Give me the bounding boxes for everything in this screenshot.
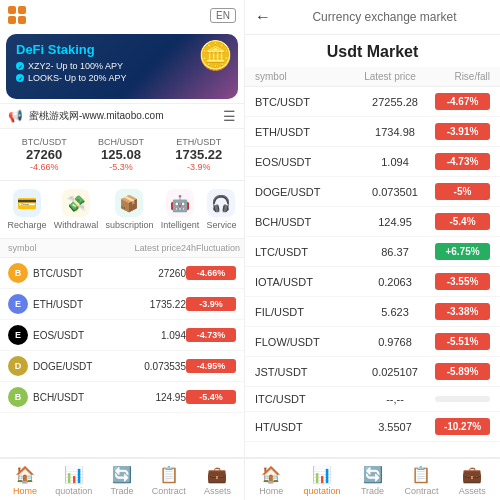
- left-nav-trade[interactable]: 🔄 Trade: [110, 465, 133, 496]
- grid-icon[interactable]: [8, 6, 26, 24]
- quick-recharge[interactable]: 💳 Recharge: [8, 189, 47, 230]
- table-row[interactable]: ITC/USDT --,--: [245, 387, 500, 412]
- change-badge: -5.89%: [435, 363, 490, 380]
- right-nav-home[interactable]: 🏠 Home: [259, 465, 283, 496]
- table-row[interactable]: FLOW/USDT 0.9768 -5.51%: [245, 327, 500, 357]
- assets-label: Assets: [204, 486, 231, 496]
- quick-subscription[interactable]: 📦 subscription: [105, 189, 153, 230]
- intelligent-label: Intelligent: [161, 220, 200, 230]
- price-value: 0.025107: [355, 366, 435, 378]
- table-row[interactable]: B BTC/USDT 27260 -4.66%: [0, 258, 244, 289]
- menu-icon[interactable]: ☰: [223, 108, 236, 124]
- price-value: 1.094: [121, 330, 186, 341]
- table-row[interactable]: LTC/USDT 86.37 +6.75%: [245, 237, 500, 267]
- coin-info: D DOGE/USDT: [8, 356, 121, 376]
- lang-badge[interactable]: EN: [210, 8, 236, 23]
- left-nav-contract[interactable]: 📋 Contract: [152, 465, 186, 496]
- right-header-change: Rise/fall: [430, 71, 490, 82]
- right-panel-title: Currency exchange market: [279, 10, 490, 24]
- recharge-icon: 💳: [13, 189, 41, 217]
- coin-icon: B: [8, 263, 28, 283]
- banner-coins: 🪙: [198, 39, 233, 72]
- table-row[interactable]: HT/USDT 3.5507 -10.27%: [245, 412, 500, 442]
- left-market-rows: B BTC/USDT 27260 -4.66% E ETH/USDT 1735.…: [0, 258, 244, 413]
- change-badge: -4.73%: [186, 328, 236, 342]
- pair-label: BTC/USDT: [255, 96, 355, 108]
- right-table-header: symbol Latest price Rise/fall: [245, 67, 500, 87]
- banner-item-2: ✓ LOOKS- Up to 20% APY: [16, 73, 228, 83]
- table-row[interactable]: D DOGE/USDT 0.073535 -4.95%: [0, 351, 244, 382]
- table-row[interactable]: DOGE/USDT 0.073501 -5%: [245, 177, 500, 207]
- change-badge: [435, 396, 490, 402]
- home-label: Home: [13, 486, 37, 496]
- table-row[interactable]: FIL/USDT 5.623 -3.38%: [245, 297, 500, 327]
- prices-grid: BTC/USDT 27260 -4.66% BCH/USDT 125.08 -5…: [0, 129, 244, 181]
- price-value: 124.95: [355, 216, 435, 228]
- quick-nav: 💳 Recharge 💸 Withdrawal 📦 subscription 🤖…: [0, 181, 244, 239]
- notification-bar: 📢 蜜桃游戏网-www.mitaobo.com ☰: [0, 103, 244, 129]
- pair-label: BTC/USDT: [33, 268, 83, 279]
- table-row[interactable]: BTC/USDT 27255.28 -4.67%: [245, 87, 500, 117]
- table-row[interactable]: EOS/USDT 1.094 -4.73%: [245, 147, 500, 177]
- table-row[interactable]: ETH/USDT 1734.98 -3.91%: [245, 117, 500, 147]
- change-badge: -4.73%: [435, 153, 490, 170]
- table-row[interactable]: B BCH/USDT 124.95 -5.4%: [0, 382, 244, 413]
- right-nav-contract[interactable]: 📋 Contract: [404, 465, 438, 496]
- pair-label: ITC/USDT: [255, 393, 355, 405]
- right-nav-assets[interactable]: 💼 Assets: [459, 465, 486, 496]
- right-contract-icon: 📋: [411, 465, 431, 484]
- pair-label: JST/USDT: [255, 366, 355, 378]
- quick-withdrawal[interactable]: 💸 Withdrawal: [54, 189, 99, 230]
- right-market-title: Usdt Market: [245, 35, 500, 67]
- left-bottom-nav: 🏠 Home 📊 quotation 🔄 Trade 📋 Contract 💼 …: [0, 457, 244, 500]
- left-nav-quotation[interactable]: 📊 quotation: [55, 465, 92, 496]
- back-button[interactable]: ←: [255, 8, 271, 26]
- price-value-btc: 27260: [22, 147, 67, 162]
- price-value-eth: 1735.22: [175, 147, 222, 162]
- table-row[interactable]: BCH/USDT 124.95 -5.4%: [245, 207, 500, 237]
- coin-icon: B: [8, 387, 28, 407]
- quick-service[interactable]: 🎧 Service: [206, 189, 236, 230]
- coin-icon: D: [8, 356, 28, 376]
- table-row[interactable]: E ETH/USDT 1735.22 -3.9%: [0, 289, 244, 320]
- price-btc[interactable]: BTC/USDT 27260 -4.66%: [22, 137, 67, 172]
- price-value: 27260: [121, 268, 186, 279]
- quick-intelligent[interactable]: 🤖 Intelligent: [161, 189, 200, 230]
- coin-info: B BTC/USDT: [8, 263, 121, 283]
- header-price: Latest price: [116, 243, 181, 253]
- left-nav-home[interactable]: 🏠 Home: [13, 465, 37, 496]
- banner-dot-2: ✓: [16, 74, 24, 82]
- right-assets-icon: 💼: [462, 465, 482, 484]
- price-value: 0.9768: [355, 336, 435, 348]
- price-value: 0.073535: [121, 361, 186, 372]
- price-change-bch: -5.3%: [98, 162, 144, 172]
- price-bch[interactable]: BCH/USDT 125.08 -5.3%: [98, 137, 144, 172]
- right-panel: ← Currency exchange market Usdt Market s…: [245, 0, 500, 500]
- change-badge: +6.75%: [435, 243, 490, 260]
- table-row[interactable]: E EOS/USDT 1.094 -4.73%: [0, 320, 244, 351]
- change-badge: -4.66%: [186, 266, 236, 280]
- left-nav-assets[interactable]: 💼 Assets: [204, 465, 231, 496]
- left-panel: EN DeFi Staking ✓ XZY2- Up to 100% APY ✓…: [0, 0, 245, 500]
- price-value: 5.623: [355, 306, 435, 318]
- right-assets-label: Assets: [459, 486, 486, 496]
- right-header-symbol: symbol: [255, 71, 350, 82]
- subscription-label: subscription: [105, 220, 153, 230]
- pair-label: FLOW/USDT: [255, 336, 355, 348]
- right-nav-quotation[interactable]: 📊 quotation: [304, 465, 341, 496]
- pair-label: EOS/USDT: [33, 330, 84, 341]
- right-nav-trade[interactable]: 🔄 Trade: [361, 465, 384, 496]
- header-change: 24hFluctuation: [181, 243, 236, 253]
- defi-banner: DeFi Staking ✓ XZY2- Up to 100% APY ✓ LO…: [6, 34, 238, 99]
- table-row[interactable]: IOTA/USDT 0.2063 -3.55%: [245, 267, 500, 297]
- price-eth[interactable]: ETH/USDT 1735.22 -3.9%: [175, 137, 222, 172]
- pair-label: DOGE/USDT: [33, 361, 92, 372]
- table-row[interactable]: JST/USDT 0.025107 -5.89%: [245, 357, 500, 387]
- top-bar: EN: [0, 0, 244, 30]
- change-badge: -10.27%: [435, 418, 490, 435]
- contract-label: Contract: [152, 486, 186, 496]
- price-value: 1.094: [355, 156, 435, 168]
- price-value: 3.5507: [355, 421, 435, 433]
- intelligent-icon: 🤖: [166, 189, 194, 217]
- market-table-header: symbol Latest price 24hFluctuation: [0, 239, 244, 258]
